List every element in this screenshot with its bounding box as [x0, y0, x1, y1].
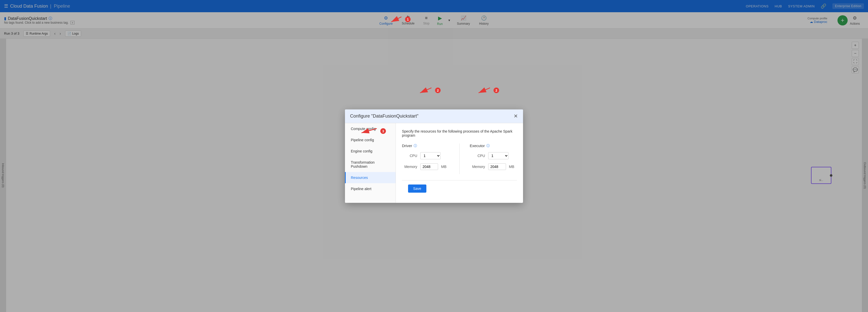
driver-title: Driver ⓘ — [402, 144, 449, 148]
svg-line-1 — [391, 17, 401, 22]
sidebar-item-pipeline-alert[interactable]: Pipeline alert — [345, 183, 396, 194]
executor-memory-label: Memory — [470, 165, 485, 169]
svg-line-3 — [420, 88, 431, 93]
modal-content: Specify the resources for the following … — [396, 123, 523, 203]
driver-memory-input[interactable] — [420, 163, 438, 170]
executor-title: Executor ⓘ — [470, 144, 517, 148]
executor-section: Executor ⓘ CPU 1 2 4 8 — [470, 144, 517, 174]
modal-footer: Save — [402, 180, 517, 197]
modal-backdrop: Configure "DataFusionQuickstart" ✕ Compu… — [0, 0, 868, 312]
driver-cpu-row: CPU 1 2 4 8 — [402, 152, 449, 159]
modal-title: Configure "DataFusionQuickstart" — [350, 114, 418, 119]
sidebar-item-compute-config[interactable]: Compute config — [345, 123, 396, 134]
annotation-2a: 2 — [419, 87, 441, 94]
modal-body: Compute config Pipeline config Engine co… — [345, 123, 523, 203]
executor-memory-row: Memory MB — [470, 163, 517, 170]
svg-line-5 — [478, 88, 490, 93]
driver-info-icon[interactable]: ⓘ — [414, 144, 417, 148]
driver-cpu-label: CPU — [402, 154, 417, 158]
modal-close-button[interactable]: ✕ — [514, 114, 518, 119]
resource-divider — [459, 144, 460, 174]
driver-cpu-select[interactable]: 1 2 4 8 — [420, 152, 441, 159]
resources-grid: Driver ⓘ CPU 1 2 4 8 — [402, 144, 517, 174]
annotation-1: 1 — [389, 14, 411, 25]
driver-memory-row: Memory MB — [402, 163, 449, 170]
sidebar-item-engine-config[interactable]: Engine config — [345, 146, 396, 157]
resources-description: Specify the resources for the following … — [402, 129, 517, 137]
configure-modal: Configure "DataFusionQuickstart" ✕ Compu… — [345, 110, 523, 203]
modal-sidebar: Compute config Pipeline config Engine co… — [345, 123, 396, 203]
executor-cpu-row: CPU 1 2 4 8 — [470, 152, 517, 159]
driver-memory-label: Memory — [402, 165, 417, 169]
modal-header: Configure "DataFusionQuickstart" ✕ — [345, 110, 523, 123]
executor-cpu-label: CPU — [470, 154, 485, 158]
driver-section: Driver ⓘ CPU 1 2 4 8 — [402, 144, 449, 174]
executor-memory-input[interactable] — [488, 163, 506, 170]
annotation-2b: 2 — [477, 87, 499, 94]
sidebar-item-transformation-pushdown[interactable]: Transformation Pushdown — [345, 157, 396, 172]
sidebar-item-pipeline-config[interactable]: Pipeline config — [345, 134, 396, 146]
executor-info-icon[interactable]: ⓘ — [487, 144, 490, 148]
save-button[interactable]: Save — [408, 185, 426, 193]
driver-memory-unit: MB — [441, 165, 446, 169]
executor-memory-unit: MB — [509, 165, 515, 169]
executor-cpu-select[interactable]: 1 2 4 8 — [488, 152, 508, 159]
sidebar-item-resources[interactable]: Resources — [345, 172, 396, 183]
